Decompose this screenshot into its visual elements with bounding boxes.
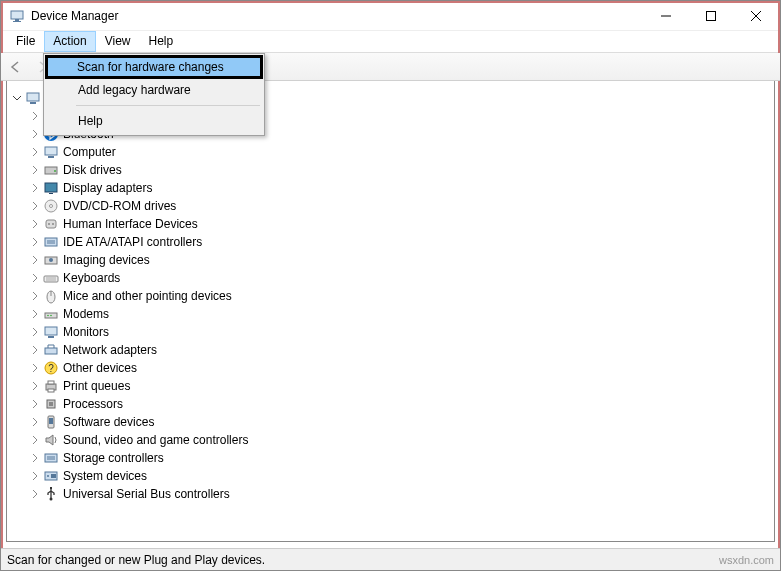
tree-node[interactable]: Keyboards [11,269,770,287]
chevron-right-icon[interactable] [29,326,41,338]
sound-icon [43,432,59,448]
menu-action[interactable]: Action [44,31,95,52]
tree-node-label: Processors [63,397,123,411]
svg-text:?: ? [48,363,54,374]
menu-file[interactable]: File [7,31,44,52]
maximize-button[interactable] [688,2,733,30]
tree-node-label: Computer [63,145,116,159]
svg-rect-55 [50,487,52,489]
chevron-right-icon[interactable] [29,452,41,464]
svg-rect-36 [45,327,57,335]
tree-node-label: Sound, video and game controllers [63,433,248,447]
tree-node[interactable]: Display adapters [11,179,770,197]
svg-point-54 [50,498,53,501]
window-title: Device Manager [31,9,643,23]
chevron-right-icon[interactable] [29,128,41,140]
svg-rect-4 [706,11,715,20]
menu-add-legacy[interactable]: Add legacy hardware [46,78,262,102]
svg-rect-0 [11,11,23,19]
chevron-right-icon[interactable] [29,146,41,158]
menu-help[interactable]: Help [140,31,183,52]
menu-help-item[interactable]: Help [46,109,262,133]
close-button[interactable] [733,2,778,30]
chevron-right-icon[interactable] [29,398,41,410]
tree-node[interactable]: Universal Serial Bus controllers [11,485,770,503]
ide-icon [43,234,59,250]
chevron-right-icon[interactable] [29,344,41,356]
menu-separator [76,105,260,106]
svg-rect-48 [45,454,57,462]
svg-point-19 [50,205,53,208]
svg-rect-53 [51,474,56,478]
dvd-icon [43,198,59,214]
tree-node-label: Keyboards [63,271,120,285]
chevron-right-icon[interactable] [29,434,41,446]
chevron-right-icon[interactable] [29,362,41,374]
storage-icon [43,450,59,466]
disk-icon [43,162,59,178]
svg-rect-16 [45,183,57,192]
tree-node[interactable]: Storage controllers [11,449,770,467]
tree-node-label: IDE ATA/ATAPI controllers [63,235,202,249]
action-dropdown: Scan for hardware changes Add legacy har… [43,53,265,136]
svg-point-21 [48,223,50,225]
back-button[interactable] [5,56,27,78]
chevron-right-icon[interactable] [29,308,41,320]
hid-icon [43,216,59,232]
tree-node[interactable]: Human Interface Devices [11,215,770,233]
minimize-button[interactable] [643,2,688,30]
tree-node-label: Storage controllers [63,451,164,465]
tree-node[interactable]: Imaging devices [11,251,770,269]
statusbar-text: Scan for changed or new Plug and Play de… [7,553,265,567]
keyboard-icon [43,270,59,286]
tree-node[interactable]: Print queues [11,377,770,395]
chevron-right-icon[interactable] [29,110,41,122]
chevron-right-icon[interactable] [29,416,41,428]
svg-rect-1 [15,19,19,21]
tree-node[interactable]: IDE ATA/ATAPI controllers [11,233,770,251]
chevron-right-icon[interactable] [29,272,41,284]
tree-node[interactable]: Modems [11,305,770,323]
svg-rect-7 [27,93,39,101]
tree-node[interactable]: System devices [11,467,770,485]
chevron-right-icon[interactable] [29,254,41,266]
tree-node-label: Imaging devices [63,253,150,267]
tree-node[interactable]: ?Other devices [11,359,770,377]
chevron-right-icon[interactable] [29,290,41,302]
tree-node[interactable]: Disk drives [11,161,770,179]
chevron-right-icon[interactable] [29,182,41,194]
tree-node-label: Human Interface Devices [63,217,198,231]
chevron-right-icon[interactable] [29,470,41,482]
menu-view[interactable]: View [96,31,140,52]
svg-point-35 [50,315,52,317]
tree-node[interactable]: Mice and other pointing devices [11,287,770,305]
tree-node[interactable]: Computer [11,143,770,161]
menu-scan-hardware[interactable]: Scan for hardware changes [45,55,263,79]
chevron-down-icon[interactable] [11,92,23,104]
tree-node[interactable]: Software devices [11,413,770,431]
network-icon [43,342,59,358]
svg-rect-43 [48,389,54,392]
svg-rect-17 [49,193,53,194]
software-icon [43,414,59,430]
chevron-right-icon[interactable] [29,200,41,212]
menubar: File Action View Help [1,31,780,53]
tree-node[interactable]: Monitors [11,323,770,341]
tree-node-label: Modems [63,307,109,321]
tree-node[interactable]: Network adapters [11,341,770,359]
tree-node[interactable]: DVD/CD-ROM drives [11,197,770,215]
tree-node[interactable]: Sound, video and game controllers [11,431,770,449]
chevron-right-icon[interactable] [29,380,41,392]
device-tree-pane[interactable]: BatteriesBluetoothComputerDisk drivesDis… [6,83,775,542]
device-manager-icon [9,8,25,24]
chevron-right-icon[interactable] [29,164,41,176]
svg-rect-13 [48,156,54,158]
tree-node-label: Disk drives [63,163,122,177]
svg-rect-23 [45,238,57,246]
chevron-right-icon[interactable] [29,218,41,230]
tree-node[interactable]: Processors [11,395,770,413]
chevron-right-icon[interactable] [29,236,41,248]
chevron-right-icon[interactable] [29,488,41,500]
svg-rect-12 [45,147,57,155]
svg-rect-38 [45,348,57,354]
